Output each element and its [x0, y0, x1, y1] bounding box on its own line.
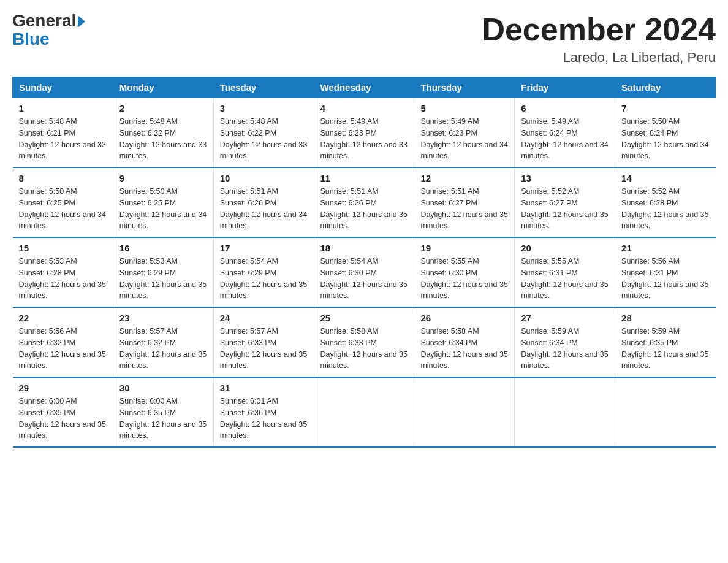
weekday-header-monday: Monday — [113, 77, 213, 98]
day-info: Sunrise: 6:01 AMSunset: 6:36 PMDaylight:… — [220, 396, 308, 442]
day-number: 23 — [119, 313, 207, 323]
day-number: 22 — [19, 313, 107, 323]
calendar-cell: 27Sunrise: 5:59 AMSunset: 6:34 PMDayligh… — [515, 307, 615, 377]
calendar-cell: 19Sunrise: 5:55 AMSunset: 6:30 PMDayligh… — [414, 237, 515, 307]
day-info: Sunrise: 5:55 AMSunset: 6:30 PMDaylight:… — [420, 256, 508, 302]
calendar-cell: 1Sunrise: 5:48 AMSunset: 6:21 PMDaylight… — [13, 98, 113, 168]
day-info: Sunrise: 5:59 AMSunset: 6:34 PMDaylight:… — [521, 326, 609, 372]
day-number: 28 — [621, 313, 709, 323]
calendar-header-row: SundayMondayTuesdayWednesdayThursdayFrid… — [13, 77, 716, 98]
day-info: Sunrise: 5:48 AMSunset: 6:22 PMDaylight:… — [119, 116, 207, 162]
calendar-cell: 6Sunrise: 5:49 AMSunset: 6:24 PMDaylight… — [515, 98, 615, 168]
calendar-cell: 7Sunrise: 5:50 AMSunset: 6:24 PMDaylight… — [615, 98, 716, 168]
weekday-header-wednesday: Wednesday — [314, 77, 414, 98]
day-info: Sunrise: 5:56 AMSunset: 6:32 PMDaylight:… — [19, 326, 107, 372]
day-info: Sunrise: 5:50 AMSunset: 6:25 PMDaylight:… — [119, 186, 207, 232]
calendar-cell: 21Sunrise: 5:56 AMSunset: 6:31 PMDayligh… — [615, 237, 716, 307]
day-info: Sunrise: 5:48 AMSunset: 6:21 PMDaylight:… — [19, 116, 107, 162]
calendar-cell: 15Sunrise: 5:53 AMSunset: 6:28 PMDayligh… — [13, 237, 113, 307]
weekday-header-tuesday: Tuesday — [213, 77, 314, 98]
calendar-cell — [615, 377, 716, 447]
day-info: Sunrise: 5:51 AMSunset: 6:26 PMDaylight:… — [220, 186, 308, 232]
calendar-cell: 23Sunrise: 5:57 AMSunset: 6:32 PMDayligh… — [113, 307, 213, 377]
day-number: 2 — [119, 103, 207, 113]
calendar-table: SundayMondayTuesdayWednesdayThursdayFrid… — [12, 77, 716, 448]
calendar-cell: 29Sunrise: 6:00 AMSunset: 6:35 PMDayligh… — [13, 377, 113, 447]
calendar-week-row: 1Sunrise: 5:48 AMSunset: 6:21 PMDaylight… — [13, 98, 716, 168]
calendar-cell — [515, 377, 615, 447]
day-info: Sunrise: 5:50 AMSunset: 6:25 PMDaylight:… — [19, 186, 107, 232]
day-number: 20 — [521, 243, 609, 253]
day-info: Sunrise: 5:51 AMSunset: 6:27 PMDaylight:… — [420, 186, 508, 232]
calendar-cell: 2Sunrise: 5:48 AMSunset: 6:22 PMDaylight… — [113, 98, 213, 168]
calendar-cell — [314, 377, 414, 447]
day-info: Sunrise: 5:59 AMSunset: 6:35 PMDaylight:… — [621, 326, 709, 372]
calendar-cell: 22Sunrise: 5:56 AMSunset: 6:32 PMDayligh… — [13, 307, 113, 377]
day-number: 6 — [521, 103, 609, 113]
calendar-cell: 8Sunrise: 5:50 AMSunset: 6:25 PMDaylight… — [13, 167, 113, 237]
day-number: 27 — [521, 313, 609, 323]
calendar-cell: 9Sunrise: 5:50 AMSunset: 6:25 PMDaylight… — [113, 167, 213, 237]
calendar-cell: 10Sunrise: 5:51 AMSunset: 6:26 PMDayligh… — [213, 167, 314, 237]
day-number: 12 — [420, 173, 508, 183]
day-number: 29 — [19, 383, 107, 393]
day-info: Sunrise: 5:54 AMSunset: 6:29 PMDaylight:… — [220, 256, 308, 302]
day-number: 30 — [119, 383, 207, 393]
day-number: 4 — [320, 103, 408, 113]
day-number: 25 — [320, 313, 408, 323]
calendar-cell: 28Sunrise: 5:59 AMSunset: 6:35 PMDayligh… — [615, 307, 716, 377]
day-info: Sunrise: 5:58 AMSunset: 6:34 PMDaylight:… — [420, 326, 508, 372]
day-info: Sunrise: 6:00 AMSunset: 6:35 PMDaylight:… — [19, 396, 107, 442]
day-info: Sunrise: 5:49 AMSunset: 6:23 PMDaylight:… — [420, 116, 508, 162]
calendar-cell — [414, 377, 515, 447]
day-info: Sunrise: 5:54 AMSunset: 6:30 PMDaylight:… — [320, 256, 408, 302]
day-number: 15 — [19, 243, 107, 253]
day-number: 17 — [220, 243, 308, 253]
calendar-cell: 13Sunrise: 5:52 AMSunset: 6:27 PMDayligh… — [515, 167, 615, 237]
calendar-cell: 3Sunrise: 5:48 AMSunset: 6:22 PMDaylight… — [213, 98, 314, 168]
calendar-week-row: 15Sunrise: 5:53 AMSunset: 6:28 PMDayligh… — [13, 237, 716, 307]
day-info: Sunrise: 5:57 AMSunset: 6:32 PMDaylight:… — [119, 326, 207, 372]
day-info: Sunrise: 5:52 AMSunset: 6:28 PMDaylight:… — [621, 186, 709, 232]
day-info: Sunrise: 5:51 AMSunset: 6:26 PMDaylight:… — [320, 186, 408, 232]
weekday-header-saturday: Saturday — [615, 77, 716, 98]
day-number: 3 — [220, 103, 308, 113]
day-number: 14 — [621, 173, 709, 183]
day-info: Sunrise: 5:50 AMSunset: 6:24 PMDaylight:… — [621, 116, 709, 162]
logo-blue-text: Blue — [12, 29, 50, 49]
day-info: Sunrise: 5:49 AMSunset: 6:23 PMDaylight:… — [320, 116, 408, 162]
day-number: 9 — [119, 173, 207, 183]
day-number: 7 — [621, 103, 709, 113]
calendar-cell: 12Sunrise: 5:51 AMSunset: 6:27 PMDayligh… — [414, 167, 515, 237]
day-info: Sunrise: 5:53 AMSunset: 6:28 PMDaylight:… — [19, 256, 107, 302]
day-number: 26 — [420, 313, 508, 323]
calendar-cell: 20Sunrise: 5:55 AMSunset: 6:31 PMDayligh… — [515, 237, 615, 307]
day-number: 1 — [19, 103, 107, 113]
calendar-title: December 2024 — [482, 12, 716, 47]
day-info: Sunrise: 5:56 AMSunset: 6:31 PMDaylight:… — [621, 256, 709, 302]
day-number: 21 — [621, 243, 709, 253]
day-number: 31 — [220, 383, 308, 393]
calendar-cell: 30Sunrise: 6:00 AMSunset: 6:35 PMDayligh… — [113, 377, 213, 447]
day-number: 11 — [320, 173, 408, 183]
logo: General Blue — [12, 12, 85, 49]
calendar-cell: 24Sunrise: 5:57 AMSunset: 6:33 PMDayligh… — [213, 307, 314, 377]
page-header: General Blue December 2024 Laredo, La Li… — [12, 12, 716, 66]
day-info: Sunrise: 5:49 AMSunset: 6:24 PMDaylight:… — [521, 116, 609, 162]
day-info: Sunrise: 5:58 AMSunset: 6:33 PMDaylight:… — [320, 326, 408, 372]
calendar-cell: 4Sunrise: 5:49 AMSunset: 6:23 PMDaylight… — [314, 98, 414, 168]
day-info: Sunrise: 5:55 AMSunset: 6:31 PMDaylight:… — [521, 256, 609, 302]
day-info: Sunrise: 5:57 AMSunset: 6:33 PMDaylight:… — [220, 326, 308, 372]
calendar-cell: 18Sunrise: 5:54 AMSunset: 6:30 PMDayligh… — [314, 237, 414, 307]
day-number: 8 — [19, 173, 107, 183]
day-info: Sunrise: 6:00 AMSunset: 6:35 PMDaylight:… — [119, 396, 207, 442]
day-number: 24 — [220, 313, 308, 323]
logo-general-text: General — [12, 12, 76, 29]
day-number: 13 — [521, 173, 609, 183]
calendar-cell: 26Sunrise: 5:58 AMSunset: 6:34 PMDayligh… — [414, 307, 515, 377]
weekday-header-sunday: Sunday — [13, 77, 113, 98]
day-info: Sunrise: 5:52 AMSunset: 6:27 PMDaylight:… — [521, 186, 609, 232]
weekday-header-friday: Friday — [515, 77, 615, 98]
day-number: 19 — [420, 243, 508, 253]
calendar-subtitle: Laredo, La Libertad, Peru — [482, 50, 716, 66]
